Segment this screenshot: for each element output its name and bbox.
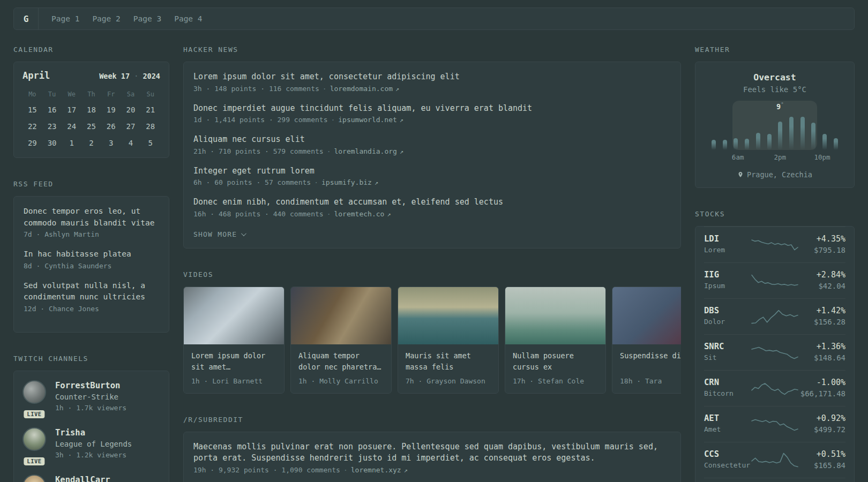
weather-bar xyxy=(811,117,815,150)
channel-category[interactable]: Counter-Strike xyxy=(55,391,126,403)
page-tab[interactable]: Page 4 xyxy=(174,8,202,29)
stock-row[interactable]: SNRC Sit +1.36% $148.64 xyxy=(704,334,845,370)
video-card: Aliquam tempor dolor nec pharetra… 1h · … xyxy=(290,287,392,394)
page-tab-label: Page 3 xyxy=(133,14,161,23)
video-title[interactable]: Mauris sit amet massa felis xyxy=(406,350,491,373)
rss-item: Sed volutpat nulla nisl, a condimentum n… xyxy=(24,280,159,315)
hackernews-item-source[interactable]: ipsumworld.net xyxy=(338,116,397,124)
hackernews-item: Lorem ipsum dolor sit amet, consectetur … xyxy=(193,71,671,95)
video-thumbnail[interactable] xyxy=(398,287,498,344)
channel-avatar[interactable] xyxy=(23,427,46,451)
calendar-header: CALENDAR xyxy=(13,45,169,55)
weather-bar xyxy=(745,117,749,150)
stock-price: $165.84 xyxy=(799,460,845,471)
calendar-month: April xyxy=(23,70,50,81)
weather-bar xyxy=(712,117,716,150)
page-tabs: Page 1 Page 2 Page 3 Page 4 xyxy=(51,8,203,29)
stock-row[interactable]: CRN Bitcorn -1.00% $66,171.48 xyxy=(704,370,845,406)
left-column: CALENDAR April Week 17 · 2024 MoTuWeThFr… xyxy=(13,45,169,482)
video-meta: 7h · Grayson Dawson xyxy=(406,376,491,386)
hackernews-item-title[interactable]: Lorem ipsum dolor sit amet, consectetur … xyxy=(193,71,671,83)
weather-widget: WEATHER Overcast Feels like 5°C 9° xyxy=(695,45,855,188)
hackernews-item-title[interactable]: Aliquam nec cursus elit xyxy=(193,134,671,146)
subreddit-post: Maecenas mollis pulvinar erat non posuer… xyxy=(193,441,671,476)
hackernews-show-more-button[interactable]: SHOW MORE xyxy=(193,230,245,238)
stock-symbol: DBS xyxy=(704,305,750,317)
stock-change: +4.35% xyxy=(799,234,845,245)
channel-avatar[interactable] xyxy=(23,475,46,482)
stock-name: Amet xyxy=(704,424,750,435)
rss-item-title[interactable]: Sed volutpat nulla nisl, a condimentum n… xyxy=(24,280,159,303)
channel-name[interactable]: KendallCarr xyxy=(55,475,110,482)
hackernews-item-meta: 16h · 468 points · 440 commentsloremtech… xyxy=(193,208,671,220)
stock-name: Consectetur xyxy=(704,460,750,471)
calendar-day: 3 xyxy=(101,134,121,151)
rss-item-meta: 8d · Cynthia Saunders xyxy=(24,260,159,272)
weather-bar xyxy=(778,117,782,150)
weather-condition: Overcast xyxy=(704,72,845,84)
page-tab[interactable]: Page 3 xyxy=(133,8,161,29)
stock-row[interactable]: IIG Ipsum +2.84% $42.04 xyxy=(704,262,845,298)
stock-row[interactable]: AHS +0.46% xyxy=(704,478,845,482)
channel-name[interactable]: ForrestBurton xyxy=(55,380,126,391)
weather-bar xyxy=(756,117,760,150)
hackernews-item-source[interactable]: ipsumify.biz xyxy=(321,178,372,186)
stock-change: +1.36% xyxy=(799,341,845,352)
calendar-day: 29 xyxy=(23,134,42,151)
stock-sparkline xyxy=(750,235,799,254)
video-thumbnail[interactable] xyxy=(612,287,681,344)
calendar-day: 28 xyxy=(140,118,160,134)
page-tab[interactable]: Page 1 xyxy=(51,8,79,29)
video-card: Mauris sit amet massa felis 7h · Grayson… xyxy=(398,287,499,394)
weekday-label: Sa xyxy=(121,87,141,101)
page-tab[interactable]: Page 2 xyxy=(92,8,120,29)
hackernews-item-title[interactable]: Integer eget rutrum lorem xyxy=(193,165,671,177)
stock-row[interactable]: AET Amet +0.92% $499.72 xyxy=(704,406,845,442)
hackernews-item-source[interactable]: loremdomain.com xyxy=(330,85,393,93)
calendar-day: 17 xyxy=(62,101,81,118)
weather-hourly-chart: 9° xyxy=(712,101,838,150)
stock-sparkline xyxy=(750,271,799,290)
channel-name[interactable]: Trisha xyxy=(55,427,132,439)
stock-row[interactable]: DBS Dolor +1.42% $156.28 xyxy=(704,298,845,334)
video-thumbnail[interactable] xyxy=(505,287,605,344)
rss-item-title[interactable]: Donec tempor eros leo, ut commodo mauris… xyxy=(24,206,159,229)
video-thumbnail[interactable] xyxy=(291,287,391,344)
hackernews-item-source[interactable]: loremtech.co xyxy=(334,210,384,218)
weather-bar xyxy=(734,117,738,150)
stocks-header: STOCKS xyxy=(695,209,855,219)
stock-symbol: SNRC xyxy=(704,341,750,352)
video-title[interactable]: Aliquam tempor dolor nec pharetra… xyxy=(298,350,384,373)
hackernews-item-source[interactable]: loremlandia.org xyxy=(334,147,396,155)
time-axis-label: 2pm xyxy=(774,153,787,161)
hackernews-item: Donec enim nibh, condimentum et accumsan… xyxy=(193,197,671,220)
video-thumbnail[interactable] xyxy=(184,287,284,344)
video-title[interactable]: Suspendisse diam xyxy=(620,350,681,373)
weekday-label: Mo xyxy=(23,87,42,101)
subreddit-post-title[interactable]: Maecenas mollis pulvinar erat non posuer… xyxy=(193,441,671,464)
stock-row[interactable]: CCS Consectetur +0.51% $165.84 xyxy=(704,442,845,478)
stock-price: $499.72 xyxy=(799,424,845,435)
hackernews-item: Aliquam nec cursus elit 21h · 710 points… xyxy=(193,134,671,157)
twitch-header: TWITCH CHANNELS xyxy=(13,354,169,364)
calendar-day: 18 xyxy=(81,101,101,118)
rss-item-title[interactable]: In hac habitasse platea xyxy=(24,248,159,260)
stock-symbol: AET xyxy=(704,413,750,424)
hackernews-item-title[interactable]: Donec imperdiet augue tincidunt felis al… xyxy=(193,103,671,115)
video-title[interactable]: Nullam posuere cursus ex xyxy=(513,350,598,373)
live-badge: LIVE xyxy=(24,457,44,465)
weekday-label: Th xyxy=(81,87,101,101)
stock-price: $795.18 xyxy=(799,245,845,255)
external-link-icon xyxy=(384,210,391,218)
subreddit-post-source[interactable]: loremnet.xyz xyxy=(351,466,401,474)
calendar-day: 26 xyxy=(101,118,121,134)
calendar-day: 1 xyxy=(62,134,81,151)
channel-category[interactable]: League of Legends xyxy=(55,439,132,450)
stock-row[interactable]: LDI Lorem +4.35% $795.18 xyxy=(704,227,845,262)
calendar-days-grid: 15 16 17 18 xyxy=(23,101,160,151)
location-pin-icon xyxy=(737,171,744,178)
channel-avatar[interactable] xyxy=(23,380,46,404)
external-link-icon xyxy=(372,178,378,186)
hackernews-item-title[interactable]: Donec enim nibh, condimentum et accumsan… xyxy=(193,197,671,208)
video-title[interactable]: Lorem ipsum dolor sit amet consectetu… xyxy=(191,350,276,373)
